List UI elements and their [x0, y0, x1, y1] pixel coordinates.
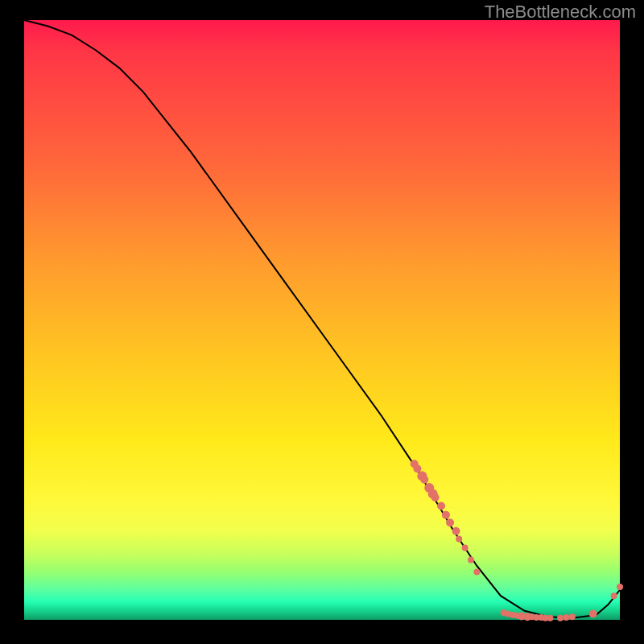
data-point [442, 511, 450, 519]
data-point [611, 592, 617, 599]
data-point [473, 568, 480, 575]
data-point [462, 545, 469, 551]
data-point [547, 615, 553, 621]
attribution-label: TheBottleneck.com [485, 2, 636, 23]
bottleneck-curve [24, 20, 620, 618]
data-point [431, 493, 440, 502]
data-point [617, 584, 623, 590]
chart-svg [24, 20, 620, 620]
data-point [420, 476, 428, 484]
data-point [589, 610, 597, 618]
data-markers [411, 460, 623, 621]
data-point [563, 614, 569, 621]
data-point [557, 615, 564, 621]
chart-wrapper: TheBottleneck.com [0, 0, 644, 644]
data-point [452, 527, 460, 535]
data-point [569, 613, 576, 620]
data-point [456, 535, 462, 542]
data-point [446, 518, 454, 526]
data-point [468, 557, 474, 564]
data-point [437, 502, 445, 510]
